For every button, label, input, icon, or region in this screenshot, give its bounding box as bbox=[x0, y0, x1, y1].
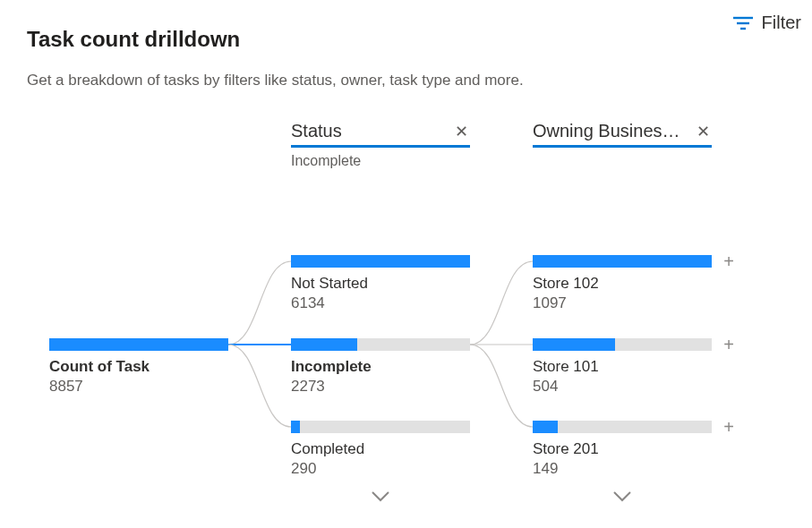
node-value: 290 bbox=[291, 460, 470, 478]
node-value: 149 bbox=[533, 460, 712, 478]
expand-button[interactable]: + bbox=[721, 419, 737, 435]
node-label: Incomplete bbox=[291, 358, 470, 376]
bar bbox=[291, 338, 470, 351]
node-label: Store 201 bbox=[533, 440, 712, 458]
chevron-down-icon[interactable] bbox=[612, 490, 632, 503]
node-business-store-101[interactable]: Store 101 504 bbox=[533, 338, 712, 396]
node-value: 504 bbox=[533, 378, 712, 396]
bar bbox=[291, 421, 470, 433]
bar bbox=[291, 255, 470, 268]
node-status-completed[interactable]: Completed 290 bbox=[291, 421, 470, 478]
bar bbox=[533, 338, 712, 351]
column-status-selected: Incomplete bbox=[291, 153, 470, 169]
node-root-value: 8857 bbox=[49, 378, 228, 396]
node-label: Store 101 bbox=[533, 358, 712, 376]
bar-root bbox=[49, 338, 228, 351]
node-value: 2273 bbox=[291, 378, 470, 396]
chevron-down-icon[interactable] bbox=[371, 490, 390, 503]
node-root[interactable]: Count of Task 8857 bbox=[49, 338, 228, 396]
node-value: 1097 bbox=[533, 294, 712, 312]
filter-label: Filter bbox=[762, 13, 801, 33]
bar bbox=[533, 255, 712, 268]
node-business-store-102[interactable]: Store 102 1097 bbox=[533, 255, 712, 312]
node-label: Completed bbox=[291, 440, 470, 458]
node-label: Store 102 bbox=[533, 275, 712, 293]
expand-button[interactable]: + bbox=[721, 253, 737, 269]
node-status-not-started[interactable]: Not Started 6134 bbox=[291, 255, 470, 312]
node-root-label: Count of Task bbox=[49, 358, 228, 376]
close-icon[interactable]: ✕ bbox=[453, 122, 470, 141]
column-header-status[interactable]: Status ✕ Incomplete bbox=[291, 121, 470, 169]
filter-button[interactable]: Filter bbox=[733, 13, 801, 33]
bar bbox=[533, 421, 712, 433]
node-business-store-201[interactable]: Store 201 149 bbox=[533, 421, 712, 478]
filter-icon bbox=[733, 16, 753, 30]
expand-button[interactable]: + bbox=[721, 336, 737, 353]
node-label: Not Started bbox=[291, 275, 470, 293]
node-status-incomplete[interactable]: Incomplete 2273 bbox=[291, 338, 470, 396]
column-header-status-label: Status bbox=[291, 121, 342, 141]
node-value: 6134 bbox=[291, 294, 470, 312]
column-header-business[interactable]: Owning Business... ✕ bbox=[533, 121, 712, 148]
column-header-business-label: Owning Business... bbox=[533, 121, 685, 141]
page-subtitle: Get a breakdown of tasks by filters like… bbox=[27, 72, 524, 89]
page-title: Task count drilldown bbox=[27, 27, 240, 52]
close-icon[interactable]: ✕ bbox=[695, 122, 712, 141]
